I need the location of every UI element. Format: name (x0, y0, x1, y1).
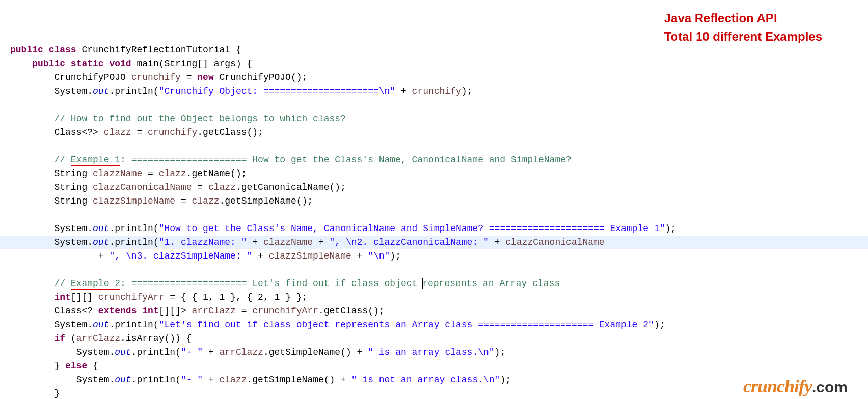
str: "Crunchify Object: =====================… (159, 86, 395, 96)
var: crunchifyArr (252, 306, 318, 316)
kw-void: void (109, 59, 131, 69)
logo-brand: crunchify (743, 376, 812, 396)
t: + (313, 237, 329, 247)
out: out (115, 375, 131, 385)
var: clazzSimpleName (93, 196, 175, 206)
t: String (54, 182, 93, 192)
t: CrunchifyPOJO (54, 72, 131, 82)
out: out (93, 223, 109, 234)
t: CrunchifyPOJO(); (214, 72, 308, 82)
t: = (175, 196, 192, 206)
t (137, 306, 142, 316)
cmt: : ===================== How to get the C… (120, 155, 572, 165)
var: clazz (192, 196, 219, 206)
var: clazz (208, 182, 236, 192)
annotation-box: Java Reflection API Total 10 different E… (664, 9, 822, 46)
str: " is not an array class.\n" (351, 375, 500, 385)
var: crunchify (412, 86, 462, 96)
t: String (54, 168, 93, 179)
var: clazzCanonicalName (93, 182, 192, 192)
t: .getCanonicalName(); (236, 182, 346, 192)
t: ); (462, 86, 473, 96)
t: + (489, 237, 505, 247)
t: } (54, 388, 60, 398)
kw-int: int (142, 306, 158, 316)
t: + (98, 251, 110, 261)
t: System. (54, 237, 93, 247)
cmt: // (54, 155, 70, 165)
code-editor[interactable]: public class CrunchifyReflectionTutorial… (0, 0, 868, 399)
t: .println( (109, 86, 158, 96)
str: ", \n3. clazzSimpleName: " (109, 251, 252, 261)
t: [][] (71, 292, 98, 302)
t: .getSimpleName() + (263, 347, 368, 357)
t: .getName(); (186, 168, 247, 179)
t: .println( (109, 237, 158, 247)
kw-else: else (65, 361, 87, 371)
t: String (54, 196, 93, 206)
t: ); (500, 375, 511, 385)
var: clazzName (263, 237, 313, 247)
t: ); (665, 223, 676, 234)
kw-if: if (54, 333, 65, 344)
t: System. (54, 86, 93, 96)
str: "- " (181, 375, 203, 385)
annotation-line1: Java Reflection API (664, 9, 822, 27)
var: clazzName (93, 168, 142, 179)
t: .println( (131, 347, 181, 357)
t: .isArray()) { (120, 333, 192, 344)
str: "- " (181, 347, 203, 357)
t: + (247, 237, 263, 247)
str: "How to get the Class's Name, CanonicalN… (159, 223, 665, 234)
t: .println( (131, 375, 181, 385)
t: + (395, 86, 412, 96)
kw-public: public (32, 59, 65, 69)
t: + (203, 347, 219, 357)
t: .println( (109, 223, 158, 234)
str: " is an array class.\n" (368, 347, 494, 357)
t: [][]> (159, 306, 192, 316)
annotation-line2: Total 10 different Examples (664, 27, 822, 46)
t: = (131, 127, 148, 137)
var: clazz (220, 375, 247, 385)
cmt: represents an Array class (422, 278, 560, 289)
t: .getClass(); (197, 127, 263, 137)
code-content: public class CrunchifyReflectionTutorial… (10, 43, 868, 399)
kw-class: class (49, 45, 76, 55)
str: "\n" (368, 251, 390, 261)
var: clazz (104, 127, 131, 137)
crunchify-logo: crunchify.com (743, 380, 848, 394)
t: + (351, 251, 368, 261)
t: Class<? (54, 306, 98, 316)
var: arrClazz (192, 306, 236, 316)
t: System. (54, 223, 93, 234)
t: = (181, 72, 197, 82)
t: System. (76, 347, 115, 357)
example-1-label: Example 1 (71, 155, 120, 166)
out: out (93, 86, 109, 96)
t: = { { 1, 1 }, { 2, 1 } }; (164, 292, 307, 302)
comment: // How to find out the Object belongs to… (54, 113, 346, 124)
str: ", \n2. clazzCanonicalName: " (330, 237, 489, 247)
var: clazzSimpleName (269, 251, 351, 261)
t: .println( (109, 320, 158, 330)
t: ); (495, 347, 506, 357)
logo-suffix: .com (812, 379, 848, 395)
out: out (115, 347, 131, 357)
cmt: : ===================== Let's find out i… (120, 278, 423, 289)
t: } (54, 361, 65, 371)
t: = (236, 306, 252, 316)
var: clazzCanonicalName (505, 237, 604, 247)
out: out (93, 320, 109, 330)
kw-extends: extends (98, 306, 137, 316)
class-name: CrunchifyReflectionTutorial { (76, 45, 241, 55)
t: + (203, 375, 219, 385)
example-2-label: Example 2 (71, 278, 120, 290)
t: .getClass(); (318, 306, 385, 316)
t: ( (65, 333, 76, 344)
t: System. (54, 320, 93, 330)
kw-new: new (197, 72, 213, 82)
t: ); (654, 320, 665, 330)
t: ); (390, 251, 401, 261)
str: "1. clazzName: " (159, 237, 247, 247)
